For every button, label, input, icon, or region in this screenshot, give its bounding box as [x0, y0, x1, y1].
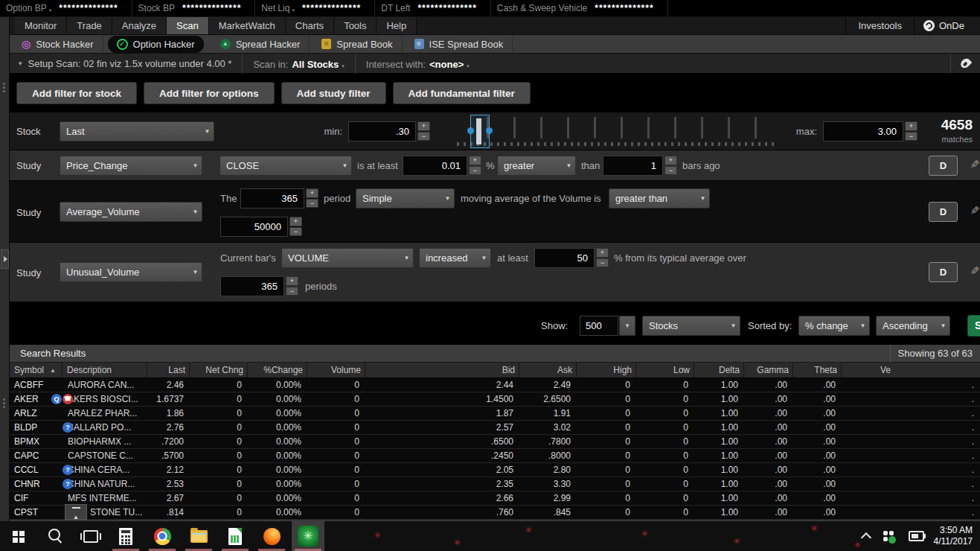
increment-button[interactable]: +: [596, 248, 609, 258]
tab-trade[interactable]: Trade: [67, 17, 112, 34]
taskbar-chrome-button[interactable]: [146, 521, 179, 551]
investools-button[interactable]: Investools: [845, 17, 914, 34]
tab-tools[interactable]: Tools: [334, 17, 377, 34]
tray-sync-button[interactable]: [879, 521, 904, 551]
taskbar-task-view-button[interactable]: [74, 521, 107, 551]
instrument-select[interactable]: Stocks ▼: [642, 316, 740, 336]
decrement-button[interactable]: −: [596, 258, 609, 268]
tray-expand-button[interactable]: [854, 521, 879, 551]
edit-pencil-icon[interactable]: ✎: [970, 204, 980, 217]
tab-analyze[interactable]: Analyze: [112, 17, 167, 34]
default-study-button[interactable]: D: [929, 262, 958, 282]
periods-input[interactable]: 365 +−: [220, 276, 298, 296]
taskbar-firefox-button[interactable]: [255, 521, 288, 551]
table-row[interactable]: CCCL?CHINA CERA...2.1200.00%02.052.80001…: [10, 463, 980, 477]
tray-power-button[interactable]: [904, 521, 929, 551]
column-header-theta[interactable]: Theta: [793, 363, 842, 378]
question-flag-icon[interactable]: ?: [63, 479, 73, 489]
chevron-down-icon[interactable]: ▾: [292, 7, 295, 13]
gauge-value[interactable]: **************: [417, 3, 476, 13]
intersect-with-selector[interactable]: Intersect with: <none> ▾: [366, 57, 470, 70]
drag-handle-icon[interactable]: [3, 398, 5, 401]
taskbar-start-button[interactable]: [4, 521, 37, 551]
comparison-select[interactable]: greater ▼: [497, 156, 576, 176]
ma-type-select[interactable]: Simple ▼: [356, 188, 455, 208]
scroll-to-top-button[interactable]: ▲: [65, 504, 87, 520]
max-price-value[interactable]: 3.00: [823, 121, 903, 141]
slider-max-dot[interactable]: [486, 127, 493, 134]
chevron-down-icon[interactable]: ▾: [49, 7, 52, 13]
column-header-bid[interactable]: Bid: [365, 363, 519, 378]
min-price-input[interactable]: .30 +−: [348, 121, 430, 141]
taskbar-clock[interactable]: 3:50 AM 4/11/2017: [929, 525, 980, 547]
subtab-spread-book[interactable]: ≡Spread Book: [313, 36, 402, 53]
edit-pencil-icon[interactable]: ✎: [970, 158, 980, 171]
increment-button[interactable]: +: [306, 188, 318, 198]
slider-handle[interactable]: [470, 115, 490, 148]
question-flag-icon[interactable]: ?: [63, 422, 73, 433]
decrement-button[interactable]: −: [664, 166, 677, 176]
column-header-last[interactable]: Last: [147, 363, 190, 378]
default-study-button[interactable]: D: [929, 156, 958, 176]
column-header-volume[interactable]: Volume: [307, 363, 365, 378]
table-row[interactable]: CPST▲STONE TU....81400.00%0.760.845001.0…: [10, 506, 980, 520]
increment-button[interactable]: +: [469, 156, 481, 165]
add-filter-button[interactable]: Add fundamental filter: [393, 82, 531, 104]
table-row[interactable]: AKERQ☎AKERS BIOSCI...1.673700.00%01.4500…: [10, 392, 980, 407]
increment-button[interactable]: +: [664, 156, 677, 165]
decrement-button[interactable]: −: [306, 199, 318, 208]
add-filter-button[interactable]: Add study filter: [281, 82, 386, 104]
column-header-change[interactable]: %Change: [248, 363, 307, 378]
column-header-low[interactable]: Low: [636, 363, 694, 378]
column-header-gamma[interactable]: Gamma: [744, 363, 793, 378]
table-row[interactable]: CHNR?CHINA NATUR...2.5300.00%02.353.3000…: [10, 477, 980, 491]
phone-flag-icon[interactable]: ☎: [63, 394, 73, 404]
increment-button[interactable]: +: [286, 276, 298, 286]
subtab-spread-hacker[interactable]: ▲Spread Hacker: [211, 36, 310, 53]
edit-pencil-icon[interactable]: ✎: [970, 264, 980, 278]
gauge-value[interactable]: **************: [302, 3, 361, 13]
decrement-button[interactable]: −: [417, 132, 430, 141]
comparison-select[interactable]: greater than ▼: [609, 188, 710, 208]
subtab-ise-spread-book[interactable]: ≡ISE Spread Book: [406, 36, 513, 53]
max-price-input[interactable]: 3.00 +−: [823, 121, 917, 141]
scan-in-selector[interactable]: Scan in: All Stocks ▾: [253, 57, 344, 70]
direction-select[interactable]: increased ▼: [419, 248, 491, 268]
taskbar-thinkorswim-button[interactable]: ✳: [292, 521, 324, 551]
period-input[interactable]: 365 +−: [240, 188, 318, 208]
gauge-value[interactable]: **************: [182, 3, 241, 13]
percent-input[interactable]: 50 +−: [534, 248, 609, 268]
subtab-option-hacker[interactable]: ✓Option Hacker: [108, 36, 204, 53]
q-flag-icon[interactable]: Q: [51, 394, 62, 404]
drag-handle-icon[interactable]: [3, 83, 5, 85]
expand-panel-arrow-icon[interactable]: [1, 249, 9, 269]
add-filter-button[interactable]: Add filter for options: [144, 82, 274, 104]
left-panel-gutter[interactable]: [0, 17, 10, 521]
volume-input[interactable]: 50000 +−: [220, 217, 302, 237]
table-row[interactable]: ARLZARALEZ PHAR...1.8600.00%01.871.91001…: [10, 407, 980, 421]
gauge-value[interactable]: **************: [59, 3, 118, 13]
show-count-combo[interactable]: 500 ▼: [580, 316, 635, 336]
column-header-netchng[interactable]: Net Chng: [190, 363, 248, 378]
tab-monitor[interactable]: Monitor: [15, 17, 67, 34]
table-row[interactable]: ACBFFAURORA CAN...2.4600.00%02.442.49001…: [10, 378, 980, 392]
ondemand-button[interactable]: OnDe: [914, 17, 980, 34]
question-flag-icon[interactable]: ?: [63, 465, 73, 475]
decrement-button[interactable]: −: [469, 166, 481, 176]
table-row[interactable]: CAPCCAPSTONE C....570000.00%0.2450.80000…: [10, 449, 980, 463]
setup-scan-menu[interactable]: Setup Scan: 02 fin viz 1.5x volume under…: [28, 58, 232, 69]
tab-charts[interactable]: Charts: [286, 17, 334, 34]
table-row[interactable]: BLDP?BALLARD PO...2.7600.00%02.573.02001…: [10, 421, 980, 435]
price-range-slider[interactable]: [454, 112, 780, 150]
show-count-value[interactable]: 500: [580, 316, 618, 336]
increment-button[interactable]: +: [905, 121, 917, 131]
taskbar-file-explorer-button[interactable]: [182, 521, 215, 551]
gauge-value[interactable]: **************: [595, 3, 653, 13]
study-select[interactable]: Average_Volume ▼: [60, 202, 202, 222]
study-select[interactable]: Unusual_Volume ▼: [60, 262, 202, 282]
column-header-high[interactable]: High: [577, 363, 636, 378]
sort-order-select[interactable]: Ascending ▼: [876, 316, 950, 336]
sort-field-select[interactable]: % change ▼: [798, 316, 870, 336]
study-select[interactable]: Price_Change ▼: [60, 156, 202, 176]
column-header-description[interactable]: Description: [63, 363, 147, 378]
